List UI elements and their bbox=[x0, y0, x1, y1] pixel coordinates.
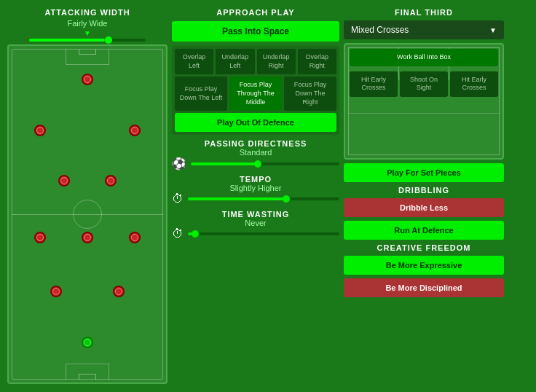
timewasting-value: Never bbox=[172, 219, 339, 227]
pitch-center-circle bbox=[73, 200, 102, 229]
left-panel: ATTACKING WIDTH Fairly Wide ▼ bbox=[7, 8, 168, 384]
tempo-title: TEMPO bbox=[172, 175, 339, 184]
hit-early-crosses-left-btn[interactable]: Hit EarlyCrosses bbox=[350, 71, 398, 97]
player-lm bbox=[129, 232, 141, 243]
pitch-box-top bbox=[66, 49, 109, 65]
attacking-width-title: ATTACKING WIDTH bbox=[44, 8, 130, 17]
run-at-defence-btn[interactable]: Run At Defence bbox=[344, 221, 504, 240]
dribbling-title: DRIBBLING bbox=[344, 186, 504, 195]
middle-panel: APPROACH PLAY Pass Into Space OverlapLef… bbox=[172, 8, 339, 384]
approach-grid-row2: Focus PlayDown The Left Focus PlayThroug… bbox=[175, 77, 336, 111]
pitch-box-bottom bbox=[66, 364, 109, 380]
focus-play-middle-btn[interactable]: Focus PlayThrough TheMiddle bbox=[229, 77, 282, 111]
player-cm bbox=[82, 232, 93, 243]
player-rw bbox=[50, 286, 62, 297]
be-more-disciplined-btn[interactable]: Be More Disciplined bbox=[344, 278, 504, 297]
attacking-width-value: Fairly Wide bbox=[67, 19, 107, 28]
shoot-on-sight-btn[interactable]: Shoot OnSight bbox=[400, 71, 448, 97]
tempo-icon: ⏱ bbox=[172, 192, 184, 205]
width-slider-track[interactable] bbox=[29, 39, 146, 42]
creative-freedom-title: CREATIVE FREEDOM bbox=[344, 243, 504, 252]
approach-play-title: APPROACH PLAY bbox=[172, 8, 339, 17]
focus-play-left-btn[interactable]: Focus PlayDown The Left bbox=[175, 77, 227, 111]
timewasting-icon: ⏱ bbox=[172, 227, 184, 240]
player-rb bbox=[34, 125, 46, 136]
underlap-right-btn[interactable]: UnderlapRight bbox=[257, 49, 296, 74]
passing-directness-title: PASSING DIRECTNESS bbox=[172, 139, 339, 148]
focus-play-right-btn[interactable]: Focus PlayDown TheRight bbox=[284, 77, 336, 111]
timewasting-slider-row: ⏱ bbox=[172, 227, 339, 240]
passing-directness-section: PASSING DIRECTNESS Standard ⚽ bbox=[172, 139, 339, 170]
player-st bbox=[82, 337, 93, 348]
dropdown-arrow-icon: ▼ bbox=[489, 26, 497, 34]
mixed-crosses-dropdown[interactable]: Mixed Crosses ▼ bbox=[344, 20, 504, 39]
hit-early-crosses-right-btn[interactable]: Hit EarlyCrosses bbox=[450, 71, 498, 97]
overlap-right-btn[interactable]: OverlapRight bbox=[298, 49, 336, 74]
timewasting-section: TIME WASTING Never ⏱ bbox=[172, 210, 339, 240]
approach-grid-container: OverlapLeft UnderlapLeft UnderlapRight O… bbox=[172, 46, 339, 135]
play-out-of-defence-btn[interactable]: Play Out Of Defence bbox=[175, 113, 336, 132]
timewasting-slider[interactable] bbox=[188, 232, 339, 235]
be-more-expressive-btn[interactable]: Be More Expressive bbox=[344, 256, 504, 275]
underlap-left-btn[interactable]: UnderlapLeft bbox=[216, 49, 254, 74]
overlap-left-btn[interactable]: OverlapLeft bbox=[175, 49, 213, 74]
player-rcb bbox=[58, 175, 70, 187]
pass-into-space-button[interactable]: Pass Into Space bbox=[172, 21, 339, 42]
player-gk bbox=[82, 74, 93, 85]
final-third-grid: Work Ball Into Box Hit EarlyCrosses Shoo… bbox=[347, 47, 500, 156]
right-panel: FINAL THIRD Mixed Crosses ▼ Work Ball In… bbox=[344, 8, 504, 384]
tempo-slider-row: ⏱ bbox=[172, 192, 339, 205]
passing-slider[interactable] bbox=[191, 162, 339, 165]
dropdown-value: Mixed Crosses bbox=[351, 25, 409, 35]
player-rm bbox=[34, 232, 46, 243]
tempo-section: TEMPO Slightly Higher ⏱ bbox=[172, 175, 339, 205]
tempo-value: Slightly Higher bbox=[172, 184, 339, 192]
approach-grid-row1: OverlapLeft UnderlapLeft UnderlapRight O… bbox=[175, 49, 336, 74]
tempo-slider[interactable] bbox=[188, 197, 339, 200]
final-third-pitch: Work Ball Into Box Hit EarlyCrosses Shoo… bbox=[344, 43, 504, 160]
passing-slider-row: ⚽ bbox=[172, 157, 339, 170]
player-lw bbox=[113, 286, 125, 297]
dribble-less-btn[interactable]: Dribble Less bbox=[344, 198, 504, 217]
play-for-set-pieces-btn[interactable]: Play For Set Pieces bbox=[344, 163, 504, 182]
final-third-title: FINAL THIRD bbox=[344, 8, 504, 17]
work-ball-into-box-btn[interactable]: Work Ball Into Box bbox=[350, 49, 498, 66]
width-slider-arrow: ▼ bbox=[84, 29, 91, 37]
player-lcb bbox=[105, 175, 117, 187]
passing-directness-value: Standard bbox=[172, 148, 339, 157]
timewasting-title: TIME WASTING bbox=[172, 210, 339, 219]
formation-pitch bbox=[7, 44, 168, 384]
passing-icon: ⚽ bbox=[172, 157, 186, 170]
attacking-width-section: ATTACKING WIDTH Fairly Wide ▼ bbox=[7, 8, 168, 42]
final-third-grid-row2: Hit EarlyCrosses Shoot OnSight Hit Early… bbox=[350, 71, 498, 97]
player-lb bbox=[129, 125, 141, 136]
